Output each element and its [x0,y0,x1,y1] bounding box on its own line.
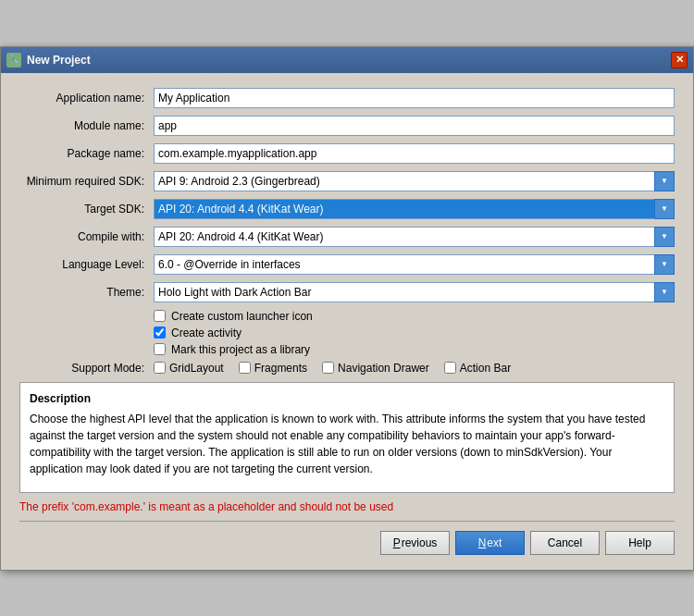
create-activity-checkbox[interactable] [154,326,166,339]
create-launcher-row: Create custom launcher icon [154,310,675,323]
next-label: ext [487,536,502,549]
description-text: Choose the highest API level that the ap… [30,411,664,477]
application-name-label: Application name: [19,92,154,105]
button-bar: Previous Next Cancel Help [19,521,675,555]
min-sdk-select[interactable]: API 9: Android 2.3 (Gingerbread) [154,171,675,191]
compile-with-row: Compile with: API 20: Android 4.4 (KitKa… [19,227,675,247]
cancel-button[interactable]: Cancel [530,531,600,555]
module-name-input[interactable] [154,116,675,136]
help-label: Help [628,536,651,549]
cancel-label: Cancel [548,536,582,549]
language-level-row: Language Level: 6.0 - @Override in inter… [19,254,675,275]
create-activity-label[interactable]: Create activity [171,326,242,339]
fragments-label[interactable]: Fragments [254,362,307,375]
application-name-row: Application name: [19,88,675,108]
nav-drawer-checkbox[interactable] [322,362,334,374]
language-level-select[interactable]: 6.0 - @Override in interfaces [154,254,675,275]
theme-control: Holo Light with Dark Action Bar [154,282,675,302]
min-sdk-row: Minimum required SDK: API 9: Android 2.3… [19,171,675,191]
min-sdk-control: API 9: Android 2.3 (Gingerbread) [154,171,675,191]
new-project-window: 🔧 New Project ✕ Application name: Module… [0,46,694,571]
previous-button[interactable]: Previous [380,531,450,555]
theme-select[interactable]: Holo Light with Dark Action Bar [154,282,675,302]
compile-with-select[interactable]: API 20: Android 4.4 (KitKat Wear) [154,227,675,247]
module-name-row: Module name: [19,116,675,136]
language-level-label: Language Level: [19,258,154,271]
gridlayout-label[interactable]: GridLayout [169,362,224,375]
nav-drawer-label[interactable]: Navigation Drawer [338,362,429,375]
module-name-label: Module name: [19,119,154,132]
compile-with-label: Compile with: [19,230,154,243]
support-options: GridLayout Fragments Navigation Drawer A… [154,362,511,375]
checkboxes-section: Create custom launcher icon Create activ… [154,310,675,356]
target-sdk-label: Target SDK: [19,203,154,216]
nav-drawer-option: Navigation Drawer [322,362,429,375]
module-name-control [154,116,675,136]
form-content: Application name: Module name: Package n… [1,73,693,570]
target-sdk-row: Target SDK: API 20: Android 4.4 (KitKat … [19,199,675,219]
target-sdk-select[interactable]: API 20: Android 4.4 (KitKat Wear) [154,199,675,219]
target-sdk-control: API 20: Android 4.4 (KitKat Wear) [154,199,675,219]
theme-row: Theme: Holo Light with Dark Action Bar [19,282,675,302]
support-mode-row: Support Mode: GridLayout Fragments Navig… [19,362,675,375]
create-activity-row: Create activity [154,326,675,339]
package-name-label: Package name: [19,147,154,160]
theme-label: Theme: [19,286,154,299]
description-title: Description [30,390,664,407]
description-box: Description Choose the highest API level… [19,382,675,493]
previous-label: revious [402,536,438,549]
fragments-option: Fragments [239,362,307,375]
language-level-control: 6.0 - @Override in interfaces [154,254,675,275]
window-title: New Project [27,54,91,67]
next-button[interactable]: Next [455,531,525,555]
warning-text: The prefix 'com.example.' is meant as a … [19,500,675,513]
create-launcher-label[interactable]: Create custom launcher icon [171,310,313,323]
package-name-control [154,143,675,164]
action-bar-checkbox[interactable] [444,362,456,374]
help-button[interactable]: Help [605,531,675,555]
mark-library-checkbox[interactable] [154,343,166,355]
title-bar: 🔧 New Project ✕ [1,47,693,73]
application-name-control [154,88,675,108]
title-bar-left: 🔧 New Project [6,53,91,68]
support-mode-label: Support Mode: [19,362,154,375]
action-bar-option: Action Bar [444,362,511,375]
create-launcher-checkbox[interactable] [154,310,166,322]
gridlayout-checkbox[interactable] [154,362,166,374]
package-name-row: Package name: [19,143,675,164]
close-button[interactable]: ✕ [671,52,688,68]
application-name-input[interactable] [154,88,675,108]
window-icon: 🔧 [6,53,21,68]
compile-with-control: API 20: Android 4.4 (KitKat Wear) [154,227,675,247]
gridlayout-option: GridLayout [154,362,224,375]
fragments-checkbox[interactable] [239,362,251,374]
min-sdk-label: Minimum required SDK: [19,175,154,188]
package-name-input[interactable] [154,143,675,164]
action-bar-label[interactable]: Action Bar [460,362,511,375]
mark-library-label[interactable]: Mark this project as a library [171,343,310,356]
mark-library-row: Mark this project as a library [154,343,675,356]
